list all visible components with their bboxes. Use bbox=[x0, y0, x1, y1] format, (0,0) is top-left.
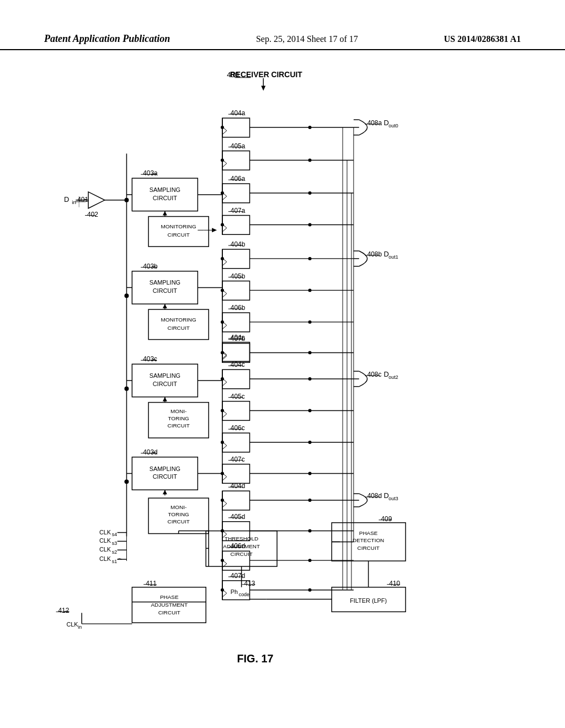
phcode-label: Ph bbox=[231, 588, 238, 595]
dout1-label: D bbox=[383, 250, 388, 258]
svg-point-29 bbox=[221, 126, 224, 129]
ff-405b bbox=[222, 281, 250, 301]
date-sheet-label: Sep. 25, 2014 Sheet 17 of 17 bbox=[256, 34, 358, 44]
svg-point-103 bbox=[221, 409, 224, 413]
ff-405c bbox=[222, 402, 250, 421]
ref-403c: 403c bbox=[143, 355, 157, 363]
sampling-b-label1: SAMPLING bbox=[150, 279, 180, 286]
monitoring-c-l2: TORING bbox=[168, 415, 189, 421]
ref-411: 411 bbox=[146, 580, 157, 587]
monitoring-d-l1: MONI- bbox=[170, 504, 186, 510]
dout3-sub: out3 bbox=[388, 496, 398, 501]
svg-point-65 bbox=[221, 257, 224, 260]
ref-405c: 405c bbox=[231, 393, 245, 400]
dout3-label: D bbox=[383, 491, 388, 500]
svg-point-147 bbox=[308, 588, 312, 592]
svg-point-67 bbox=[221, 320, 224, 324]
ref-404a: 404a bbox=[231, 109, 246, 117]
svg-point-112 bbox=[308, 441, 312, 444]
svg-point-139 bbox=[221, 588, 224, 592]
monitoring-a-l2: CIRCUIT bbox=[168, 232, 190, 238]
svg-point-32 bbox=[221, 223, 224, 226]
clkin-sub: in bbox=[78, 624, 82, 630]
sampling-c-label2: CIRCUIT bbox=[153, 381, 178, 387]
ref-405a: 405a bbox=[231, 142, 246, 150]
ref-407c: 407c bbox=[231, 456, 245, 463]
svg-point-40 bbox=[308, 191, 312, 195]
svg-point-10 bbox=[124, 479, 129, 484]
clks1-label: CLK bbox=[99, 555, 111, 562]
ff-407b bbox=[222, 344, 250, 363]
ref-403d: 403d bbox=[143, 448, 157, 456]
ref-409: 409 bbox=[381, 515, 392, 523]
sampling-c-label1: SAMPLING bbox=[150, 372, 180, 379]
svg-point-102 bbox=[221, 377, 224, 381]
ff-406b bbox=[222, 313, 250, 332]
threshold-l2: ADJUSTMENT bbox=[223, 543, 260, 549]
threshold-l3: CIRCUIT bbox=[231, 551, 253, 557]
sampling-d-label2: CIRCUIT bbox=[153, 473, 178, 480]
ref-404c: 404c bbox=[231, 334, 245, 341]
ref-406b: 406b bbox=[231, 304, 246, 312]
ref-404d: 404d bbox=[231, 482, 245, 490]
phcode-sub: code bbox=[239, 592, 249, 597]
ff-406a bbox=[222, 184, 250, 203]
ref-410: 410 bbox=[389, 580, 400, 587]
filter-label: FILTER (LPF) bbox=[350, 597, 387, 604]
phase-adj-l3: CIRCUIT bbox=[158, 609, 180, 615]
ref-412: 412 bbox=[58, 607, 70, 614]
svg-point-145 bbox=[308, 529, 312, 533]
monitoring-d-l2: TORING bbox=[168, 511, 189, 517]
clks2-label: CLK bbox=[99, 546, 111, 553]
svg-marker-120 bbox=[163, 490, 167, 494]
svg-point-41 bbox=[308, 223, 312, 226]
ff-406c bbox=[222, 433, 250, 452]
ref-408c: 408c bbox=[367, 371, 382, 378]
ref-403a: 403a bbox=[143, 169, 158, 177]
sampling-a-label1: SAMPLING bbox=[150, 186, 180, 193]
svg-line-130 bbox=[222, 564, 227, 568]
ff-404b bbox=[222, 249, 250, 269]
monitoring-d-l3: CIRCUIT bbox=[168, 518, 190, 524]
svg-point-76 bbox=[308, 351, 312, 354]
svg-line-124 bbox=[222, 504, 227, 507]
din-sub: in bbox=[72, 199, 76, 205]
ref-404b: 404b bbox=[231, 240, 246, 248]
ff-404c bbox=[222, 342, 250, 362]
output-arrow-c bbox=[359, 371, 367, 387]
svg-point-73 bbox=[308, 257, 312, 260]
circuit-diagram: RECEIVER CIRCUIT 400 401 D in 402 bbox=[33, 61, 532, 695]
ref-404c-r: 404c bbox=[231, 361, 245, 368]
clks4-label: CLK bbox=[99, 529, 111, 536]
dout0-label: D bbox=[383, 119, 388, 127]
ref-408b: 408b bbox=[367, 250, 382, 258]
ref-406c: 406c bbox=[231, 424, 245, 432]
ref-413: 413 bbox=[244, 580, 255, 587]
svg-point-39 bbox=[308, 158, 312, 162]
svg-point-38 bbox=[308, 126, 312, 129]
dout2-sub: out2 bbox=[388, 374, 398, 380]
ref-405d: 405d bbox=[231, 513, 245, 521]
svg-line-56 bbox=[222, 293, 227, 297]
svg-line-96 bbox=[222, 446, 227, 449]
svg-point-31 bbox=[221, 191, 224, 195]
svg-line-99 bbox=[222, 477, 227, 480]
svg-point-8 bbox=[124, 293, 129, 298]
svg-point-146 bbox=[308, 559, 312, 562]
sampling-a-label2: CIRCUIT bbox=[153, 195, 178, 201]
din-label: D bbox=[64, 195, 69, 204]
svg-line-23 bbox=[222, 196, 227, 200]
diagram-area: RECEIVER CIRCUIT 400 401 D in 402 bbox=[33, 61, 532, 695]
dout0-sub: out0 bbox=[388, 123, 398, 129]
ref-407a: 407a bbox=[231, 207, 246, 215]
page: Patent Application Publication Sep. 25, … bbox=[0, 0, 565, 728]
monitoring-c-l3: CIRCUIT bbox=[168, 422, 190, 429]
dout2-label: D bbox=[383, 370, 388, 378]
arrow-400 bbox=[261, 86, 265, 91]
buffer-symbol bbox=[88, 192, 105, 208]
svg-point-136 bbox=[221, 499, 224, 502]
svg-point-7 bbox=[124, 198, 129, 202]
svg-line-20 bbox=[222, 163, 227, 167]
dout1-sub: out1 bbox=[388, 254, 398, 260]
sampling-b-label2: CIRCUIT bbox=[153, 287, 178, 294]
